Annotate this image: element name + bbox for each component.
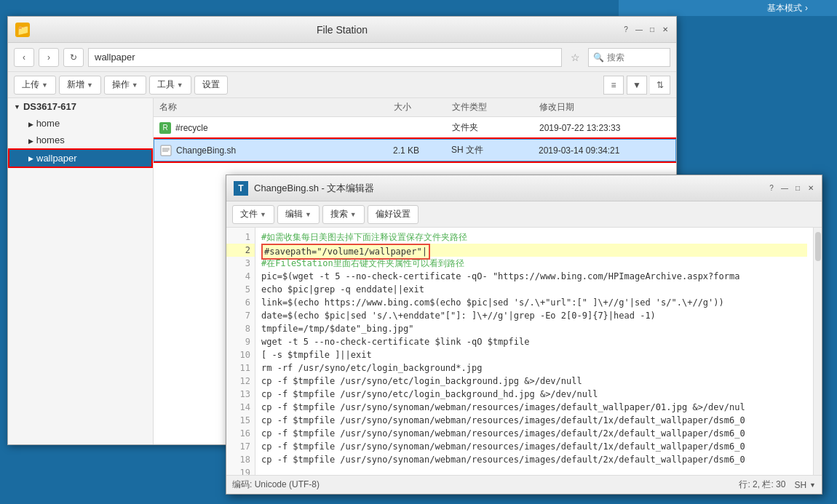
window-maximize-button[interactable]: □ [647,25,657,35]
line-number: 11 [226,361,255,375]
line-number: 16 [226,427,255,440]
line-number: 8 [226,322,255,335]
editor-window-controls: ? — □ ✕ [766,183,816,193]
settings-button[interactable]: 设置 [194,76,228,95]
code-line: cp -f $tmpfile /usr/syno/synoman/webman/… [261,440,807,453]
forward-button[interactable]: › [39,48,59,67]
sidebar-item-wallpaper[interactable]: ▶ wallpaper [8,148,153,168]
address-input[interactable] [88,48,562,67]
file-date: 2019-07-22 13:23:33 [539,123,656,133]
code-line: cp -f $tmpfile /usr/syno/synoman/webman/… [261,453,807,466]
editor-help-button[interactable]: ? [766,183,777,193]
line-number: 4 [226,270,255,283]
sidebar-item-home[interactable]: ▶ home [8,115,153,132]
new-button[interactable]: 新增 ▼ [59,76,101,95]
code-line: cp -f $tmpfile /usr/syno/etc/login_backg… [261,388,807,401]
bookmark-button[interactable]: ☆ [566,48,584,67]
line-number: 10 [226,348,255,361]
editor-title: ChangeBing.sh - 文本编辑器 [254,182,374,195]
window-close-button[interactable]: ✕ [660,25,670,35]
file-type: SH 文件 [451,144,539,156]
expand-icon: ▼ [14,103,20,111]
line-number: 14 [226,401,255,414]
refresh-button[interactable]: ↻ [63,48,84,67]
list-view-button[interactable]: ≡ [603,76,624,95]
sidebar-item-homes[interactable]: ▶ homes [8,132,153,148]
code-line: cp -f $tmpfile /usr/syno/etc/login_backg… [261,375,807,388]
editor-search-button[interactable]: 搜索 ▼ [322,205,365,224]
editor-minimize-button[interactable]: — [780,183,790,193]
code-line: pic=$(wget -t 5 --no-check-certificate -… [261,270,807,283]
view-dropdown-button[interactable]: ▼ [627,76,647,95]
code-line: #在FileStation里面右键文件夹属性可以看到路径 [261,257,807,270]
editor-file-button[interactable]: 文件 ▼ [232,205,274,224]
line-number: 13 [226,388,255,401]
text-editor-window: T ChangeBing.sh - 文本编辑器 ? — □ ✕ 文件 ▼ 编辑 … [226,175,822,495]
editor-toolbar: 文件 ▼ 编辑 ▼ 搜索 ▼ 偏好设置 [226,201,822,228]
code-line [261,466,807,475]
line-number: 6 [226,296,255,309]
code-line: rm -rf /usr/syno/etc/login_background*.j… [261,361,807,375]
editor-preferences-button[interactable]: 偏好设置 [368,205,418,224]
code-line: wget -t 5 --no-check-certificate $link -… [261,335,807,348]
sidebar-root[interactable]: ▼ DS3617-617 [8,98,153,115]
window-help-button[interactable]: ? [621,25,631,35]
code-line: cp -f $tmpfile /usr/syno/synoman/webman/… [261,401,807,414]
sort-button[interactable]: ⇅ [650,76,670,95]
line-numbers: 12345678910111213141516171819 [226,228,255,475]
action-button[interactable]: 操作 ▼ [104,76,146,95]
file-name-cell: ChangeBing.sh [160,145,393,156]
code-line: date=$(echo $pic|sed 's/.\+enddate"["]: … [261,309,807,322]
code-line: cp -f $tmpfile /usr/syno/synoman/webman/… [261,414,807,427]
search-icon: 🔍 [593,52,604,63]
basic-mode-label[interactable]: 基本模式 [767,2,802,15]
line-number: 5 [226,283,255,296]
language-arrow: ▼ [809,481,816,489]
basic-mode-arrow: › [805,3,808,13]
file-date: 2019-03-14 09:34:21 [539,145,655,156]
window-minimize-button[interactable]: — [634,25,644,35]
encoding-label: 编码: Unicode (UTF-8) [232,479,320,491]
editor-maximize-button[interactable]: □ [793,183,803,193]
scrollbar[interactable] [813,228,822,475]
table-row[interactable]: R #recycle 文件夹 2019-07-22 13:23:33 [154,117,676,139]
toolbar: 上传 ▼ 新增 ▼ 操作 ▼ 工具 ▼ 设置 ≡ ▼ ⇅ [8,72,676,98]
sh-file-icon [160,145,172,156]
code-line: #savepath="/volume1/wallpaper"| [261,244,807,257]
editor-close-button[interactable]: ✕ [806,183,816,193]
window-controls: ? — □ ✕ [621,25,670,35]
line-number: 3 [226,257,255,270]
file-size: 2.1 KB [393,145,451,156]
file-name-cell: R #recycle [159,122,394,134]
line-number: 15 [226,414,255,427]
line-number: 12 [226,375,255,388]
code-line: tmpfile=/tmp/$date"_bing.jpg" [261,322,807,335]
folder-icon: R [159,122,171,134]
code-line: link=$(echo https://www.bing.com$(echo $… [261,296,807,309]
sidebar: ▼ DS3617-617 ▶ home ▶ homes ▶ wallpaper [8,98,154,444]
editor-edit-button[interactable]: 编辑 ▼ [277,205,320,224]
language-selector[interactable]: SH ▼ [794,480,816,490]
status-right: 行: 2, 栏: 30 SH ▼ [739,479,816,491]
file-station-titlebar: File Station ? — □ ✕ [8,17,676,43]
line-number: 1 [226,231,255,244]
line-number: 7 [226,309,255,322]
search-input[interactable] [607,52,665,63]
upload-button[interactable]: 上传 ▼ [14,76,56,95]
position-label: 行: 2, 栏: 30 [739,479,785,491]
address-bar: ‹ › ↻ ☆ 🔍 [8,43,676,72]
line-number: 2 [226,244,255,257]
code-area[interactable]: #如需收集每日美图去掉下面注释设置保存文件夹路径#savepath="/volu… [255,228,813,475]
file-type: 文件夹 [452,121,539,134]
editor-icon: T [234,181,248,196]
line-number: 17 [226,440,255,453]
line-number: 19 [226,466,255,475]
code-line: echo $pic|grep -q enddate||exit [261,283,807,296]
back-button[interactable]: ‹ [14,48,34,67]
file-station-title: File Station [317,24,368,36]
file-station-icon [15,23,30,37]
tools-button[interactable]: 工具 ▼ [149,76,191,95]
editor-titlebar: T ChangeBing.sh - 文本编辑器 ? — □ ✕ [226,175,822,201]
code-line: [ -s $tmpfile ]||exit [261,348,807,361]
table-row[interactable]: ChangeBing.sh 2.1 KB SH 文件 2019-03-14 09… [154,139,676,161]
